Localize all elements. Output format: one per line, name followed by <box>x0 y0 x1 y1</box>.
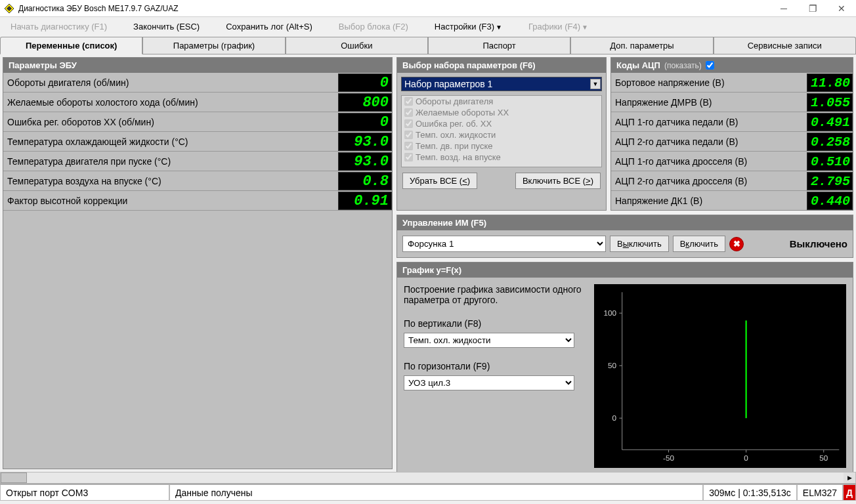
ecu-row-value: 0.8 <box>338 172 392 190</box>
tab-params-graph[interactable]: Параметры (график) <box>142 37 285 54</box>
chart-area: 050100-50050 <box>594 284 846 468</box>
menu-selectblock[interactable]: Выбор блока (F2) <box>335 19 412 34</box>
adc-row-value: 0.510 <box>807 152 853 171</box>
menu-settings[interactable]: Настройки (F3)▼ <box>431 19 506 34</box>
checklist-checkbox[interactable] <box>404 131 413 139</box>
status-flag: Д <box>843 484 856 501</box>
checklist-label: Обороты двигателя <box>416 96 493 106</box>
checklist-item[interactable]: Желаемые обороты ХХ <box>402 107 601 118</box>
adc-row: АЦП 2-го датчика дросселя (В)2.795 <box>611 171 853 191</box>
graph-ylabel: По вертикали (F8) <box>404 318 588 329</box>
param-checklist[interactable]: Обороты двигателя Желаемые обороты ХХ Ош… <box>401 95 602 167</box>
horizontal-scrollbar[interactable]: ▶ <box>0 472 856 484</box>
checklist-checkbox[interactable] <box>404 119 413 128</box>
remove-all-button[interactable]: Убрать ВСЕ (<) <box>402 173 477 189</box>
ecu-row: Фактор высотной коррекции0.91 <box>3 191 392 211</box>
adc-row: Бортовое напряжение (В)11.80 <box>611 73 853 93</box>
adc-row: АЦП 1-го датчика дросселя (В)0.510 <box>611 152 853 171</box>
svg-text:-50: -50 <box>663 453 674 462</box>
ecu-row: Температура охлаждающей жидкости (°C)93.… <box>3 132 392 152</box>
svg-text:50: 50 <box>819 453 828 462</box>
adc-row-value: 2.795 <box>807 172 853 190</box>
menu-finish[interactable]: Закончить (ESC) <box>129 19 203 34</box>
ecu-params-title: Параметры ЭБУ <box>3 58 392 73</box>
ecu-row-value: 0 <box>338 113 392 131</box>
svg-text:0: 0 <box>612 413 617 422</box>
ecu-row: Ошибка рег. оборотов ХХ (об/мин)0 <box>3 112 392 132</box>
ecu-row-label: Температура воздуха на впуске (°C) <box>3 176 338 186</box>
tab-variables[interactable]: Переменные (список) <box>0 37 142 54</box>
param-set-select[interactable]: Набор параметров 1 <box>401 77 602 91</box>
svg-text:100: 100 <box>604 308 617 317</box>
adc-show-label: (показать) <box>664 61 702 70</box>
im-title: Управление ИМ (F5) <box>397 215 853 230</box>
stop-icon[interactable]: ✖ <box>729 237 744 251</box>
ecu-row: Температура двигателя при пуске (°C)93.0 <box>3 152 392 171</box>
status-data: Данные получены <box>169 484 703 501</box>
adc-row-label: Напряжение ДК1 (В) <box>611 196 807 206</box>
ecu-row: Желаемые обороты холостого хода (об/мин)… <box>3 93 392 112</box>
checklist-checkbox[interactable] <box>404 97 413 106</box>
adc-row: АЦП 1-го датчика педали (В)0.491 <box>611 112 853 132</box>
checklist-item[interactable]: Темп. дв. при пуске <box>402 140 601 152</box>
im-off-button[interactable]: Выключить <box>610 236 669 252</box>
ecu-row-label: Температура охлаждающей жидкости (°C) <box>3 136 338 147</box>
checklist-item[interactable]: Ошибка рег. об. ХХ <box>402 118 601 129</box>
tab-service[interactable]: Сервисные записи <box>714 37 856 54</box>
adc-show-checkbox[interactable] <box>706 61 714 70</box>
minimize-button[interactable]: ─ <box>769 0 798 17</box>
adc-row-label: АЦП 1-го датчика педали (В) <box>611 117 807 127</box>
checklist-checkbox[interactable] <box>404 142 413 150</box>
adc-row-value: 0.440 <box>807 192 853 210</box>
tab-passport[interactable]: Паспорт <box>428 37 570 54</box>
checklist-checkbox[interactable] <box>404 108 413 117</box>
tab-extra[interactable]: Доп. параметры <box>570 37 713 54</box>
menu-savelog[interactable]: Сохранить лог (Alt+S) <box>222 19 316 34</box>
status-adapter: ELM327 <box>797 484 843 501</box>
checklist-label: Темп. охл. жидкости <box>416 130 496 140</box>
menu-charts[interactable]: Графики (F4)▼ <box>524 19 592 34</box>
close-button[interactable]: ✕ <box>827 0 856 17</box>
param-set-title: Выбор набора параметров (F6) <box>397 58 606 73</box>
adc-row-label: АЦП 1-го датчика дросселя (В) <box>611 156 807 167</box>
status-port: Открыт порт COM3 <box>0 484 169 501</box>
graph-xselect[interactable]: УОЗ цил.3 <box>404 375 574 390</box>
add-all-button[interactable]: Включить ВСЕ (>) <box>515 173 601 189</box>
adc-row-label: Напряжение ДМРВ (В) <box>611 97 807 108</box>
checklist-checkbox[interactable] <box>404 153 413 161</box>
ecu-params-panel: Параметры ЭБУ Обороты двигателя (об/мин)… <box>3 57 393 469</box>
ecu-row-value: 0 <box>338 74 392 92</box>
app-icon <box>4 3 14 14</box>
adc-row-label: Бортовое напряжение (В) <box>611 77 807 88</box>
scroll-right-arrow[interactable]: ▶ <box>844 472 855 483</box>
im-select[interactable]: Форсунка 1 <box>402 236 606 252</box>
chevron-down-icon: ▼ <box>496 24 502 31</box>
tab-errors[interactable]: Ошибки <box>286 37 428 54</box>
checklist-label: Темп. дв. при пуске <box>416 141 492 151</box>
ecu-row-label: Желаемые обороты холостого хода (об/мин) <box>3 97 338 108</box>
maximize-button[interactable]: ❐ <box>798 0 827 17</box>
checklist-item[interactable]: Темп. охл. жидкости <box>402 129 601 140</box>
svg-text:0: 0 <box>744 453 748 462</box>
status-timing: 309мс | 0:1:35,513с <box>703 484 797 501</box>
scrollbar-thumb[interactable] <box>1 472 27 483</box>
ecu-row-label: Фактор высотной коррекции <box>3 196 338 206</box>
ecu-row-label: Ошибка рег. оборотов ХХ (об/мин) <box>3 117 338 127</box>
im-control-panel: Управление ИМ (F5) Форсунка 1 Выключить … <box>396 215 853 258</box>
adc-row: Напряжение ДМРВ (В)1.055 <box>611 93 853 112</box>
checklist-item[interactable]: Обороты двигателя <box>402 96 601 107</box>
ecu-row-label: Температура двигателя при пуске (°C) <box>3 156 338 167</box>
im-status: Выключено <box>790 238 847 249</box>
adc-row-value: 11.80 <box>807 74 853 92</box>
adc-row-label: АЦП 2-го датчика дросселя (В) <box>611 176 807 186</box>
chevron-down-icon: ▼ <box>582 24 588 31</box>
adc-row-label: АЦП 2-го датчика педали (В) <box>611 136 807 147</box>
adc-row-value: 0.258 <box>807 133 853 151</box>
menu-start[interactable]: Начать диагностику (F1) <box>7 19 111 34</box>
window-title: Диагностика ЭБУ Bosch ME17.9.7 GAZ/UAZ <box>18 4 178 13</box>
im-on-button[interactable]: Включить <box>673 236 725 252</box>
adc-panel: Коды АЦП (показать) Бортовое напряжение … <box>610 57 853 211</box>
graph-yselect[interactable]: Темп. охл. жидкости <box>404 333 574 348</box>
adc-row-value: 0.491 <box>807 113 853 131</box>
checklist-item[interactable]: Темп. возд. на впуске <box>402 152 601 163</box>
